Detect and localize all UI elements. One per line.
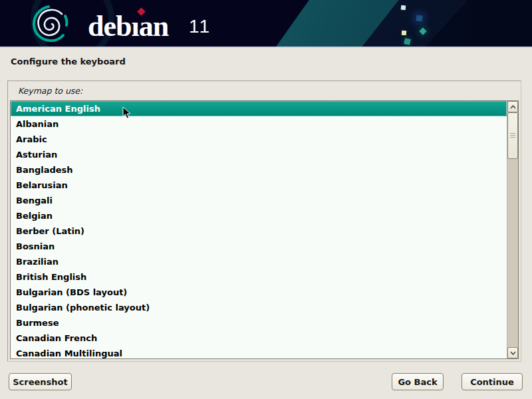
list-item[interactable]: Arabic xyxy=(11,132,507,147)
scrollbar-grip xyxy=(510,133,515,138)
scrollbar-track[interactable] xyxy=(507,112,518,347)
list-item[interactable]: American English xyxy=(11,101,507,116)
list-item[interactable]: Asturian xyxy=(11,147,507,162)
scrollbar-thumb[interactable] xyxy=(507,112,518,159)
chevron-down-icon xyxy=(510,351,516,355)
banner-decoration-square xyxy=(402,31,406,35)
debian-version: 11 xyxy=(189,17,211,36)
list-item[interactable]: Bulgarian (BDS layout) xyxy=(11,285,507,300)
banner: debıan 11 xyxy=(0,0,532,48)
list-item[interactable]: Canadian Multilingual xyxy=(11,346,507,358)
list-item[interactable]: Bosnian xyxy=(11,239,507,254)
wordmark-dotless-i: ı xyxy=(131,10,138,43)
page-title: Configure the keyboard xyxy=(11,57,126,66)
list-item[interactable]: Berber (Latin) xyxy=(11,223,507,239)
list-item[interactable]: Albanian xyxy=(11,116,507,132)
wordmark-post: an xyxy=(139,10,168,43)
list-item[interactable]: Canadian French xyxy=(11,331,507,346)
banner-decoration-square xyxy=(416,15,422,21)
list-item[interactable]: Bengali xyxy=(11,193,507,208)
list-item[interactable]: Brazilian xyxy=(11,254,507,269)
list-item[interactable]: Bangladesh xyxy=(11,162,507,178)
list-item[interactable]: Belgian xyxy=(11,208,507,223)
screenshot-button[interactable]: Screenshot xyxy=(9,373,72,390)
keymap-frame-label: Keymap to use: xyxy=(18,86,82,96)
scrollbar-down-button[interactable] xyxy=(507,347,518,358)
scrollbar-up-button[interactable] xyxy=(507,101,518,112)
list-item[interactable]: Belarusian xyxy=(11,178,507,193)
chevron-up-icon xyxy=(510,105,516,109)
wordmark-pre: deb xyxy=(88,10,131,43)
keymap-frame: Keymap to use: American EnglishAlbanianA… xyxy=(7,80,521,362)
list-item[interactable]: British English xyxy=(11,269,507,285)
list-item[interactable]: Bulgarian (phonetic layout) xyxy=(11,300,507,315)
banner-decoration-square xyxy=(401,5,406,11)
continue-button[interactable]: Continue xyxy=(462,373,523,390)
list-item[interactable]: Burmese xyxy=(11,315,507,331)
debian-wordmark: debıan xyxy=(88,12,168,41)
vertical-scrollbar[interactable] xyxy=(507,101,518,358)
debian-swirl-icon xyxy=(33,5,71,42)
banner-decoration-square xyxy=(404,38,411,45)
keymap-list: American EnglishAlbanianArabicAsturianBa… xyxy=(11,101,507,358)
keymap-listbox: American EnglishAlbanianArabicAsturianBa… xyxy=(10,100,519,359)
go-back-button[interactable]: Go Back xyxy=(392,373,444,390)
